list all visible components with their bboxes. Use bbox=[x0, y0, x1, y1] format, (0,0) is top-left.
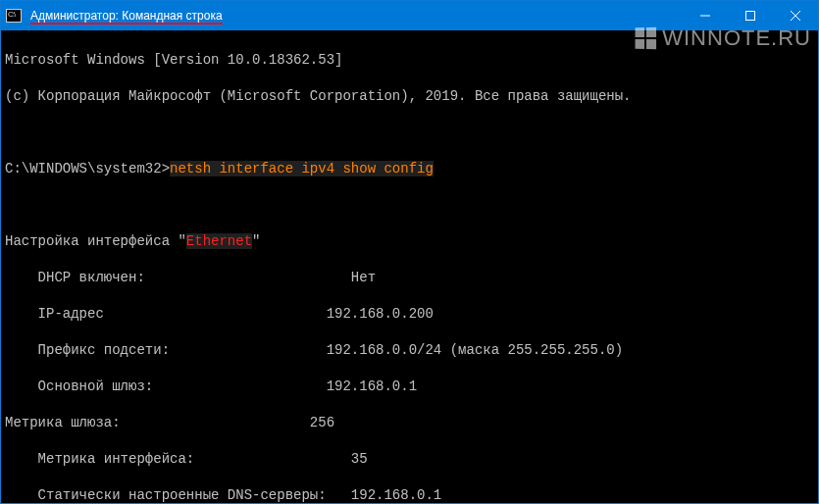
iface1-name: Ethernet bbox=[186, 233, 252, 249]
prompt-line-1: C:\WINDOWS\system32>netsh interface ipv4… bbox=[5, 160, 814, 178]
iface1-dns1: Статически настроенные DNS-серверы: 192.… bbox=[5, 486, 814, 504]
iface1-header: Настройка интерфейса "Ethernet" bbox=[5, 232, 814, 251]
minimize-icon bbox=[700, 11, 710, 21]
iface1-gw-metric: Метрика шлюза: 256 bbox=[5, 414, 814, 432]
iface1-dhcp: DHCP включен: Нет bbox=[5, 269, 814, 287]
iface1-header-suffix: " bbox=[252, 233, 260, 249]
window-controls bbox=[683, 1, 818, 30]
iface1-header-prefix: Настройка интерфейса " bbox=[5, 233, 186, 249]
terminal-output[interactable]: Microsoft Windows [Version 10.0.18362.53… bbox=[1, 30, 818, 503]
window-title: Администратор: Командная строка bbox=[26, 9, 683, 23]
iface1-gateway: Основной шлюз: 192.168.0.1 bbox=[5, 378, 814, 396]
maximize-icon bbox=[745, 11, 755, 21]
titlebar[interactable]: C:\ Администратор: Командная строка bbox=[1, 1, 818, 30]
maximize-button[interactable] bbox=[728, 1, 773, 30]
window-title-text: Администратор: Командная строка bbox=[30, 9, 223, 25]
close-icon bbox=[791, 11, 800, 21]
minimize-button[interactable] bbox=[683, 1, 728, 30]
blank-line bbox=[5, 196, 814, 215]
command-prompt-window: C:\ Администратор: Командная строка Micr… bbox=[0, 0, 819, 504]
iface1-ip: IP-адрес 192.168.0.200 bbox=[5, 305, 814, 324]
iface1-prefix: Префикс подсети: 192.168.0.0/24 (маска 2… bbox=[5, 341, 814, 360]
close-button[interactable] bbox=[773, 1, 818, 30]
copyright-line: (c) Корпорация Майкрософт (Microsoft Cor… bbox=[5, 87, 814, 106]
version-line: Microsoft Windows [Version 10.0.18362.53… bbox=[5, 51, 814, 70]
svg-rect-1 bbox=[746, 12, 755, 21]
iface1-if-metric: Метрика интерфейса: 35 bbox=[5, 450, 814, 469]
blank-line bbox=[5, 124, 814, 142]
cmd-icon: C:\ bbox=[6, 9, 22, 23]
app-icon: C:\ bbox=[1, 1, 26, 30]
prompt-path: C:\WINDOWS\system32> bbox=[5, 161, 170, 176]
entered-command: netsh interface ipv4 show config bbox=[170, 161, 434, 176]
